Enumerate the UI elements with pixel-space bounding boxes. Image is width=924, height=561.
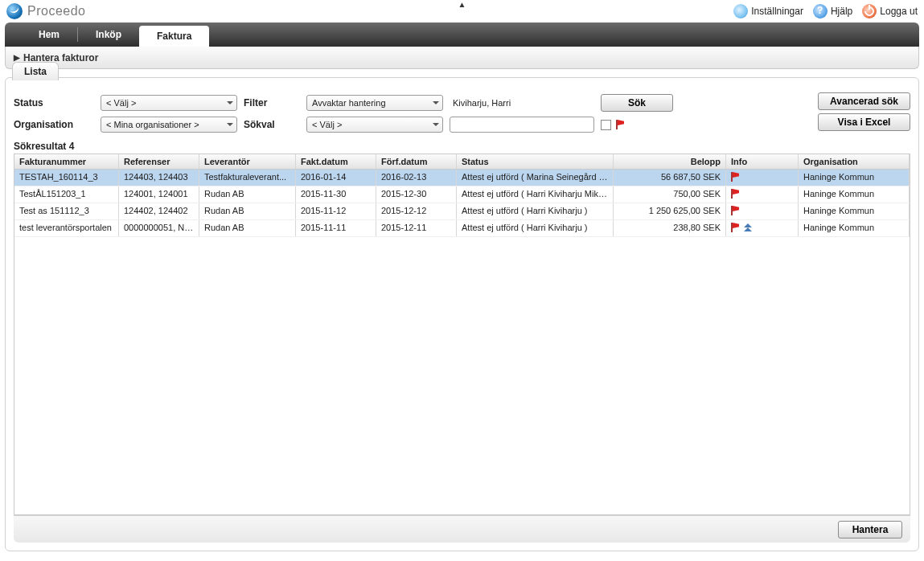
brand-name: Proceedo bbox=[27, 4, 733, 18]
flag-icon bbox=[731, 189, 739, 199]
panel: Lista Status < Välj > Filter Avvaktar ha… bbox=[5, 77, 919, 551]
flag-icon bbox=[616, 120, 624, 129]
search-input[interactable] bbox=[450, 117, 594, 133]
table-cell: 238,80 SEK bbox=[614, 220, 726, 236]
logout-link[interactable]: Logga ut bbox=[862, 4, 918, 18]
table-cell: 124403, 124403 bbox=[119, 170, 199, 186]
manage-button[interactable]: Hantera bbox=[838, 521, 902, 538]
table-cell: 124001, 124001 bbox=[119, 186, 199, 203]
info-cell bbox=[726, 186, 799, 203]
nav-home[interactable]: Hem bbox=[21, 23, 77, 47]
result-count-label: Sökresultat 4 bbox=[14, 141, 910, 152]
settings-icon bbox=[733, 4, 748, 18]
user-name: Kiviharju, Harri bbox=[450, 95, 594, 111]
table-row[interactable]: TESTAH_160114_3124403, 124403Testfaktura… bbox=[14, 170, 910, 186]
table-cell: 1 250 625,00 SEK bbox=[614, 203, 726, 219]
nav-purchase[interactable]: Inköp bbox=[78, 23, 139, 47]
sokval-label: Sökval bbox=[244, 119, 300, 130]
advanced-search-button[interactable]: Avancerad sök bbox=[818, 92, 910, 110]
table-cell: Rudan AB bbox=[199, 186, 296, 203]
status-select[interactable]: < Välj > bbox=[101, 95, 237, 111]
table-cell: Haninge Kommun bbox=[799, 203, 910, 219]
flag-icon bbox=[731, 172, 739, 182]
col-fakturanummer[interactable]: Fakturanummer bbox=[14, 154, 119, 169]
logout-icon bbox=[862, 4, 877, 18]
flag-checkbox[interactable] bbox=[601, 120, 611, 130]
table-header: Fakturanummer Referenser Leverantör Fakt… bbox=[14, 154, 910, 170]
col-referenser[interactable]: Referenser bbox=[119, 154, 199, 169]
filter-select[interactable]: Avvaktar hantering bbox=[306, 95, 443, 111]
table-cell: 2015-11-12 bbox=[296, 203, 376, 219]
table-cell: Rudan AB bbox=[199, 203, 296, 219]
table-cell: Rudan AB bbox=[199, 220, 296, 236]
col-faktdatum[interactable]: Fakt.datum bbox=[296, 154, 376, 169]
col-status[interactable]: Status bbox=[457, 154, 614, 169]
info-cell bbox=[726, 170, 799, 186]
table-row[interactable]: TestÅL151203_1124001, 124001Rudan AB2015… bbox=[14, 186, 910, 203]
table-cell: 2016-02-13 bbox=[376, 170, 457, 186]
table-cell: Attest ej utförd ( Harri Kiviharju ) bbox=[457, 220, 614, 236]
sokval-select[interactable]: < Välj > bbox=[306, 117, 443, 133]
table-row[interactable]: Test as 151112_3124402, 124402Rudan AB20… bbox=[14, 203, 910, 220]
table-cell: Haninge Kommun bbox=[799, 220, 910, 236]
table-cell: 2016-01-14 bbox=[296, 170, 376, 186]
table-body: TESTAH_160114_3124403, 124403Testfaktura… bbox=[14, 170, 910, 514]
table-cell: Attest ej utförd ( Marina Seinegård H... bbox=[457, 170, 614, 186]
table-cell: 0000000051, Ny... bbox=[119, 220, 199, 236]
search-button[interactable]: Sök bbox=[601, 94, 673, 112]
col-organisation[interactable]: Organisation bbox=[799, 154, 910, 169]
nav-invoice[interactable]: Faktura bbox=[139, 26, 209, 47]
table-cell: 2015-12-12 bbox=[376, 203, 457, 219]
sub-nav: ▶ Hantera fakturor bbox=[5, 47, 919, 69]
help-link[interactable]: Hjälp bbox=[813, 4, 852, 18]
settings-link[interactable]: Inställningar bbox=[733, 4, 803, 18]
info-cell bbox=[726, 220, 799, 236]
table-cell: Testfakturaleverant... bbox=[199, 170, 296, 186]
table-cell: TESTAH_160114_3 bbox=[14, 170, 119, 186]
col-belopp[interactable]: Belopp bbox=[614, 154, 726, 169]
logout-label: Logga ut bbox=[880, 6, 918, 17]
main-nav: Hem Inköp Faktura bbox=[5, 23, 919, 47]
table-cell: 2015-12-11 bbox=[376, 220, 457, 236]
table-cell: Attest ej utförd ( Harri Kiviharju ) bbox=[457, 203, 614, 219]
help-label: Hjälp bbox=[831, 6, 852, 17]
filter-bar: Status < Välj > Filter Avvaktar hanterin… bbox=[14, 94, 806, 133]
info-cell bbox=[726, 203, 799, 219]
show-in-excel-button[interactable]: Visa i Excel bbox=[818, 113, 910, 131]
table-cell: 124402, 124402 bbox=[119, 203, 199, 219]
organisation-select[interactable]: < Mina organisationer > bbox=[101, 117, 237, 133]
table-cell: test leverantörsportalen bbox=[14, 220, 119, 236]
priority-up-icon bbox=[744, 223, 752, 232]
invoice-table: Fakturanummer Referenser Leverantör Fakt… bbox=[14, 154, 910, 515]
table-cell: 2015-12-30 bbox=[376, 186, 457, 203]
settings-label: Inställningar bbox=[751, 6, 803, 17]
flag-icon bbox=[731, 206, 739, 215]
table-row[interactable]: test leverantörsportalen0000000051, Ny..… bbox=[14, 220, 910, 237]
table-cell: Haninge Kommun bbox=[799, 186, 910, 203]
organisation-label: Organisation bbox=[14, 119, 94, 130]
brand-logo-icon bbox=[6, 3, 23, 19]
table-cell: TestÅL151203_1 bbox=[14, 186, 119, 203]
table-cell: 2015-11-30 bbox=[296, 186, 376, 203]
chevron-right-icon: ▶ bbox=[14, 53, 20, 62]
collapse-toggle-icon[interactable]: ▲ bbox=[458, 0, 466, 9]
table-cell: Attest ej utförd ( Harri Kiviharju Mika.… bbox=[457, 186, 614, 203]
table-cell: 56 687,50 SEK bbox=[614, 170, 726, 186]
col-forfdatum[interactable]: Förf.datum bbox=[376, 154, 457, 169]
col-leverantor[interactable]: Leverantör bbox=[199, 154, 296, 169]
table-cell: Test as 151112_3 bbox=[14, 203, 119, 219]
filter-label: Filter bbox=[244, 97, 300, 109]
col-info[interactable]: Info bbox=[726, 154, 799, 169]
status-label: Status bbox=[14, 97, 94, 109]
table-cell: 2015-11-11 bbox=[296, 220, 376, 236]
table-cell: 750,00 SEK bbox=[614, 186, 726, 203]
tab-list[interactable]: Lista bbox=[12, 62, 59, 80]
help-icon bbox=[813, 4, 827, 18]
table-cell: Haninge Kommun bbox=[799, 170, 910, 186]
panel-footer: Hantera bbox=[14, 515, 910, 543]
flag-icon bbox=[731, 223, 739, 232]
